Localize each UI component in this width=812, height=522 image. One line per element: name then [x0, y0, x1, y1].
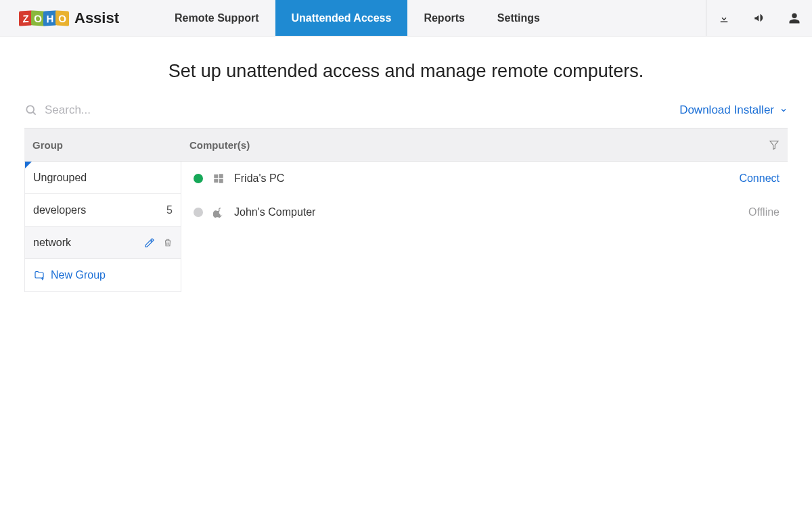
svg-point-0	[26, 105, 34, 113]
edit-icon[interactable]	[144, 237, 155, 248]
new-folder-icon	[33, 270, 45, 281]
user-icon[interactable]	[777, 0, 812, 36]
svg-rect-5	[214, 174, 218, 178]
connect-button[interactable]: Connect	[739, 172, 780, 185]
app-header: Z O H O Assist Remote Support Unattended…	[0, 0, 812, 37]
col-header-computers: Computer(s)	[181, 139, 761, 151]
group-item-label: Ungrouped	[33, 172, 87, 184]
main-nav: Remote Support Unattended Access Reports…	[158, 0, 556, 36]
trash-icon[interactable]	[163, 237, 173, 248]
nav-remote-support[interactable]: Remote Support	[158, 0, 275, 36]
group-item-label: developers	[33, 204, 86, 216]
nav-reports[interactable]: Reports	[407, 0, 480, 36]
megaphone-icon[interactable]	[742, 0, 777, 36]
header-right	[706, 0, 812, 36]
logo-wrap: Z O H O Assist	[0, 0, 138, 36]
group-item-network[interactable]: network	[25, 227, 181, 259]
search-wrap	[24, 103, 180, 117]
computer-name: Frida's PC	[234, 172, 284, 185]
group-item-count: 5	[166, 204, 173, 216]
group-item-actions	[144, 237, 173, 248]
download-icon[interactable]	[706, 0, 742, 36]
content-split: Ungrouped developers 5 network New Group	[24, 162, 788, 292]
status-dot-online	[194, 174, 203, 183]
filter-icon[interactable]	[761, 139, 788, 150]
new-group-label: New Group	[51, 269, 106, 281]
table-header: Group Computer(s)	[24, 128, 788, 162]
svg-rect-8	[219, 179, 223, 183]
svg-marker-2	[770, 141, 778, 149]
chevron-down-icon	[780, 106, 788, 114]
search-icon	[24, 103, 38, 117]
col-header-group: Group	[24, 139, 181, 151]
svg-rect-7	[214, 179, 218, 183]
new-group-button[interactable]: New Group	[25, 259, 181, 291]
offline-status: Offline	[748, 206, 780, 218]
windows-icon	[212, 172, 225, 185]
download-installer-link[interactable]: Download Installer	[679, 103, 788, 117]
status-dot-offline	[194, 208, 203, 217]
computer-name: John's Computer	[234, 206, 315, 218]
toolbar: Download Installer	[0, 99, 812, 128]
zoho-logo-icon: Z O H O	[19, 11, 68, 26]
nav-settings[interactable]: Settings	[481, 0, 556, 36]
page-title: Set up unattended access and manage remo…	[0, 37, 812, 99]
groups-sidebar: Ungrouped developers 5 network New Group	[24, 162, 181, 292]
zoho-assist-logo[interactable]: Z O H O Assist	[19, 9, 119, 27]
svg-rect-6	[219, 174, 223, 178]
computer-row[interactable]: Frida's PC Connect	[181, 162, 788, 195]
group-item-ungrouped[interactable]: Ungrouped	[25, 162, 181, 194]
group-item-label: network	[33, 237, 71, 249]
nav-unattended-access[interactable]: Unattended Access	[275, 0, 408, 36]
apple-icon	[212, 206, 225, 218]
logo-assist-text: Assist	[74, 9, 119, 27]
download-installer-label: Download Installer	[679, 103, 774, 117]
computers-list: Frida's PC Connect John's Computer Offli…	[181, 162, 788, 292]
group-item-developers[interactable]: developers 5	[25, 194, 181, 227]
search-input[interactable]	[45, 103, 180, 117]
computer-row[interactable]: John's Computer Offline	[181, 195, 788, 229]
svg-line-1	[33, 112, 36, 115]
